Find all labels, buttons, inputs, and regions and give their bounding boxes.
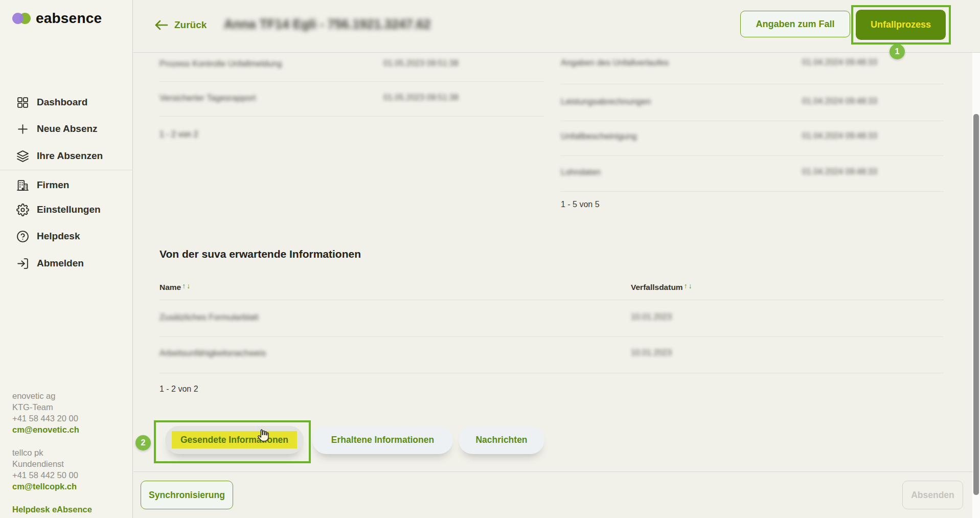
- sidebar-contact-block: enovetic ag KTG-Team +41 58 443 20 00 cm…: [12, 390, 92, 515]
- section-title: Von der suva erwartende Informationen: [159, 248, 361, 260]
- contact-company: tellco pk: [12, 447, 92, 458]
- table-row[interactable]: Arbeitsunfähigkeitsnachweis 10.01.2023: [159, 337, 944, 373]
- back-label: Zurück: [174, 19, 207, 31]
- pagination-redacted: 1 - 2 von 2: [159, 130, 198, 139]
- item-date-redacted: 01.04.2024 09:48:33: [802, 97, 877, 106]
- scrollbar-thumb[interactable]: [973, 114, 979, 495]
- item-date-redacted: 01.04.2024 09:48:33: [802, 58, 877, 67]
- expected-table-header: Name ↑↓ Verfallsdatum ↑↓: [159, 283, 944, 300]
- absenden-button-disabled[interactable]: Absenden: [902, 481, 963, 509]
- helpdesk-eabsence-link[interactable]: Helpdesk eAbsence: [12, 504, 92, 515]
- sent-info-list-right: Angaben des Unfallverlaufes 01.04.2024 0…: [561, 53, 944, 209]
- sort-asc-icon[interactable]: ↑: [684, 282, 688, 291]
- sidebar-item-label: Dashboard: [37, 97, 87, 108]
- list-item[interactable]: Unfallbescheinigung 01.04.2024 09:48:33: [561, 121, 944, 156]
- item-name-redacted: Leistungsabrechnungen: [561, 97, 651, 106]
- list-item[interactable]: Prozess Kontrolle Unfallmeldung 01.05.20…: [159, 53, 544, 82]
- item-name-redacted: Prozess Kontrolle Unfallmeldung: [159, 59, 282, 69]
- table-row[interactable]: Zusätzliches Formularblatt 10.01.2023: [159, 300, 944, 337]
- contact-team: KTG-Team: [12, 401, 92, 413]
- sidebar-divider: [0, 170, 133, 170]
- contact-team: Kundendienst: [12, 458, 92, 469]
- item-name-redacted: Angaben des Unfallverlaufes: [561, 58, 669, 67]
- pagination: 1 - 5 von 5: [561, 200, 944, 209]
- logo-text: eabsence: [36, 10, 102, 27]
- item-name-redacted: Versicherter Tagesrapport: [159, 93, 256, 103]
- logout-icon: [16, 257, 29, 270]
- tab-label: Erhaltene Informationen: [331, 435, 434, 445]
- question-circle-icon: [16, 230, 29, 243]
- column-label: Name: [159, 283, 181, 292]
- sidebar-item-helpdesk[interactable]: Helpdesk: [16, 228, 80, 244]
- sidebar-item-einstellungen[interactable]: Einstellungen: [16, 201, 101, 218]
- building-icon: [16, 179, 29, 192]
- tab-gesendete-informationen[interactable]: Gesendete Informationen: [165, 426, 304, 454]
- sidebar-item-abmelden[interactable]: Abmelden: [16, 255, 84, 272]
- list-item[interactable]: Leistungsabrechnungen 01.04.2024 09:48:3…: [561, 84, 944, 121]
- gear-icon: [16, 204, 29, 216]
- sidebar-item-label: Einstellungen: [37, 204, 101, 215]
- sort-column-name[interactable]: Name ↑↓: [159, 283, 190, 292]
- sidebar-item-label: Ihre Absenzen: [37, 150, 103, 162]
- tab-label: Nachrichten: [475, 435, 527, 445]
- tab-erhaltene-informationen[interactable]: Erhaltene Informationen: [312, 426, 453, 454]
- list-item[interactable]: Angaben des Unfallverlaufes 01.04.2024 0…: [561, 53, 944, 84]
- case-title-redacted: Anna TF14 Egli - 756.1921.3247.62: [224, 17, 430, 32]
- list-item[interactable]: Versicherter Tagesrapport 01.05.2023 09:…: [159, 82, 544, 117]
- angaben-zum-fall-button[interactable]: Angaben zum Fall: [740, 11, 850, 37]
- row-expiry-redacted: 10.01.2023: [631, 312, 672, 322]
- sent-info-list-left: Prozess Kontrolle Unfallmeldung 01.05.20…: [159, 53, 544, 139]
- sort-asc-icon[interactable]: ↑: [182, 282, 186, 291]
- sort-desc-icon[interactable]: ↓: [689, 282, 692, 291]
- contact-email-link[interactable]: cm@tellcopk.ch: [12, 481, 92, 492]
- pagination: 1 - 2 von 2: [159, 385, 944, 394]
- contact-company: enovetic ag: [12, 390, 92, 401]
- column-label: Verfallsdatum: [631, 283, 683, 292]
- sidebar-item-label: Firmen: [37, 179, 69, 191]
- item-name-redacted: Unfallbescheinigung: [561, 131, 637, 141]
- plus-icon: [16, 123, 29, 136]
- tab-label: Gesendete Informationen: [180, 435, 288, 445]
- logo-circles-icon: [12, 11, 32, 26]
- action-footer: Synchronisierung Absenden: [133, 471, 980, 518]
- sidebar-item-label: Neue Absenz: [37, 123, 98, 134]
- eabsence-app: eabsence Dashboard Neue Absenz Ihre Abse…: [0, 0, 980, 518]
- scrollbar-track[interactable]: [972, 53, 980, 518]
- back-button[interactable]: Zurück: [153, 18, 207, 32]
- row-name-redacted: Zusätzliches Formularblatt: [159, 312, 258, 322]
- tab-nachrichten[interactable]: Nachrichten: [459, 426, 544, 454]
- sidebar-item-neue-absenz[interactable]: Neue Absenz: [16, 121, 98, 137]
- app-logo[interactable]: eabsence: [12, 10, 102, 27]
- item-name-redacted: Lohndaten: [561, 167, 601, 177]
- tutorial-step-2-badge: 2: [135, 435, 151, 451]
- contact-phone: +41 58 443 20 00: [12, 413, 92, 424]
- case-header: Zurück Anna TF14 Egli - 756.1921.3247.62…: [133, 0, 980, 53]
- arrow-left-icon: [153, 18, 169, 32]
- sidebar-item-firmen[interactable]: Firmen: [16, 177, 69, 193]
- expected-info-table: Zusätzliches Formularblatt 10.01.2023 Ar…: [159, 300, 944, 394]
- contact-email-link[interactable]: cm@enovetic.ch: [12, 424, 92, 435]
- sidebar-item-label: Helpdesk: [37, 231, 80, 242]
- item-date-redacted: 01.05.2023 09:51:38: [383, 59, 459, 68]
- item-date-redacted: 01.04.2024 09:48:33: [802, 167, 877, 176]
- item-date-redacted: 01.04.2024 09:48:33: [802, 131, 877, 141]
- contact-phone: +41 58 442 50 00: [12, 469, 92, 481]
- sort-desc-icon[interactable]: ↓: [187, 282, 190, 291]
- list-item[interactable]: Lohndaten 01.04.2024 09:48:33: [561, 156, 944, 192]
- sidebar-item-label: Abmelden: [37, 258, 84, 269]
- dashboard-grid-icon: [16, 96, 29, 109]
- unfallprozess-button[interactable]: Unfallprozess: [856, 10, 946, 40]
- sort-column-verfallsdatum[interactable]: Verfallsdatum ↑↓: [631, 283, 692, 292]
- sidebar-item-ihre-absenzen[interactable]: Ihre Absenzen: [16, 148, 103, 164]
- sidebar-item-dashboard[interactable]: Dashboard: [16, 94, 87, 110]
- tutorial-step-1-badge: 1: [890, 44, 905, 59]
- row-expiry-redacted: 10.01.2023: [631, 348, 672, 357]
- sidebar: eabsence Dashboard Neue Absenz Ihre Abse…: [0, 0, 133, 518]
- row-name-redacted: Arbeitsunfähigkeitsnachweis: [159, 348, 266, 358]
- synchronisierung-button[interactable]: Synchronisierung: [141, 481, 233, 509]
- item-date-redacted: 01.05.2023 09:51:38: [383, 93, 459, 102]
- layers-icon: [16, 150, 29, 163]
